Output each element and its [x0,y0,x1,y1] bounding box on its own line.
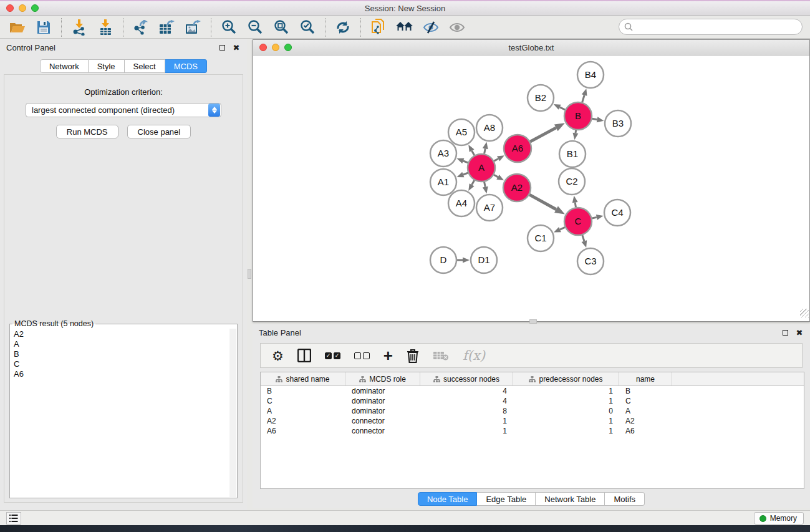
float-table-panel-icon[interactable] [781,328,789,337]
mcds-result-item[interactable]: A2 [14,329,237,339]
search-field[interactable] [619,19,803,35]
optimization-criterion-dropdown[interactable]: largest connected component (directed) [26,103,221,117]
table-cell[interactable]: 4 [420,397,513,405]
graph-node-C2[interactable]: C2 [559,168,585,195]
edge-B-B4[interactable] [582,95,584,102]
table-row[interactable]: Bdominator41B [261,386,804,396]
show-graphics-details-icon[interactable] [448,19,466,36]
column-header-shared-name[interactable]: shared name [261,372,345,385]
table-cell[interactable]: 1 [513,387,619,395]
column-header-name[interactable]: name [619,372,672,385]
graph-node-C3[interactable]: C3 [577,248,604,274]
import-network-icon[interactable] [70,19,88,36]
graph-node-B1[interactable]: B1 [559,141,586,167]
float-panel-icon[interactable] [218,43,226,52]
tab-style[interactable]: Style [89,59,125,73]
run-mcds-button[interactable]: Run MCDS [56,125,118,138]
table-cell[interactable]: 4 [420,387,513,395]
apply-layout-icon[interactable] [334,19,352,36]
table-cell[interactable]: dominator [345,397,420,405]
zoom-in-icon[interactable] [220,19,238,36]
edge-A-A1[interactable] [463,173,468,175]
table-row[interactable]: A2connector11A2 [261,416,804,426]
table-cell[interactable]: A [261,407,345,415]
deselect-all-icon[interactable] [354,352,370,359]
mcds-result-item[interactable]: B [14,349,237,359]
edge-B-B1[interactable] [576,130,576,133]
graph-node-D1[interactable]: D1 [471,247,497,273]
zoom-selected-icon[interactable] [299,19,316,36]
clone-network-icon[interactable] [370,19,387,36]
mcds-result-item[interactable]: A6 [14,369,237,379]
graph-node-B3[interactable]: B3 [605,110,631,137]
table-cell[interactable]: C [619,397,672,405]
graph-node-A[interactable]: A [468,154,495,181]
function-builder-icon[interactable]: f(x) [463,348,485,363]
close-panel-icon[interactable]: ✖ [232,43,241,52]
edge-B-B2[interactable] [560,107,566,110]
graph-node-A1[interactable]: A1 [430,169,456,195]
close-panel-button[interactable]: Close panel [127,125,191,138]
graph-node-A5[interactable]: A5 [448,119,475,145]
import-table-icon[interactable] [97,19,114,36]
table-cell[interactable]: A6 [261,427,345,435]
graph-node-A3[interactable]: A3 [430,140,456,167]
table-cell[interactable]: dominator [345,407,420,415]
table-row[interactable]: A6connector11A6 [261,426,804,436]
table-cell[interactable]: 1 [513,417,619,425]
table-cell[interactable]: connector [345,417,420,425]
mcds-result-item[interactable]: A [14,339,237,349]
result-scrollbar[interactable] [229,329,236,497]
column-header-successor-nodes[interactable]: successor nodes [420,372,513,385]
edge-A-A7[interactable] [485,182,486,187]
edge-A2-C[interactable] [529,195,556,210]
table-cell[interactable]: 1 [513,427,619,435]
table-cell[interactable]: B [619,387,672,395]
graph-node-C4[interactable]: C4 [604,200,630,226]
table-cell[interactable]: A6 [619,427,672,435]
edge-B-B3[interactable] [592,118,597,119]
close-table-panel-icon[interactable]: ✖ [795,328,804,337]
column-header-MCDS-role[interactable]: MCDS role [345,372,420,385]
table-cell[interactable]: A2 [619,417,672,425]
table-cell[interactable]: A2 [261,417,345,425]
graph-node-A2[interactable]: A2 [503,174,531,201]
table-cell[interactable]: A [619,407,672,415]
hide-graphics-details-icon[interactable] [422,19,440,36]
table-row[interactable]: Cdominator41C [261,396,804,406]
table-cell[interactable]: dominator [345,387,420,395]
zoom-fit-icon[interactable] [272,19,290,36]
add-column-icon[interactable]: + [383,347,393,364]
graph-node-A7[interactable]: A7 [476,195,503,221]
zoom-out-icon[interactable] [246,19,264,36]
edge-C-C4[interactable] [592,217,596,218]
edge-A-A8[interactable] [485,148,486,153]
open-session-icon[interactable] [9,19,26,36]
edge-A-A2[interactable] [494,175,498,177]
search-input[interactable] [636,22,802,32]
vertical-splitter[interactable] [247,39,253,510]
table-cell[interactable]: 0 [513,407,619,415]
graph-node-B2[interactable]: B2 [528,85,554,111]
table-cell[interactable]: B [261,387,345,395]
table-cell[interactable]: C [261,397,345,405]
memory-button[interactable]: Memory [754,512,804,525]
network-canvas[interactable]: B4B2BB3A5A8A6A3AB1A1A2C2A4A7C4C1CC3DD1 [253,56,809,318]
edge-C-C1[interactable] [560,227,565,230]
cybrowser-home-icon[interactable] [396,19,413,36]
table-cell[interactable]: connector [345,427,420,435]
graph-node-B4[interactable]: B4 [577,62,604,88]
tab-mcds[interactable]: MCDS [165,59,207,73]
edge-A-A4[interactable] [472,180,475,185]
mcds-result-item[interactable]: C [14,359,237,369]
select-all-icon[interactable] [325,352,340,359]
table-tab-motifs[interactable]: Motifs [605,492,645,506]
edge-A6-B[interactable] [530,128,556,142]
horizontal-splitter-grip[interactable] [529,319,537,324]
graph-node-C1[interactable]: C1 [528,225,554,251]
table-cell[interactable]: 1 [420,427,513,435]
graph-node-D[interactable]: D [430,247,456,273]
edge-A-A3[interactable] [463,161,468,163]
export-table-icon[interactable] [158,19,176,36]
edge-A-A5[interactable] [472,151,475,155]
